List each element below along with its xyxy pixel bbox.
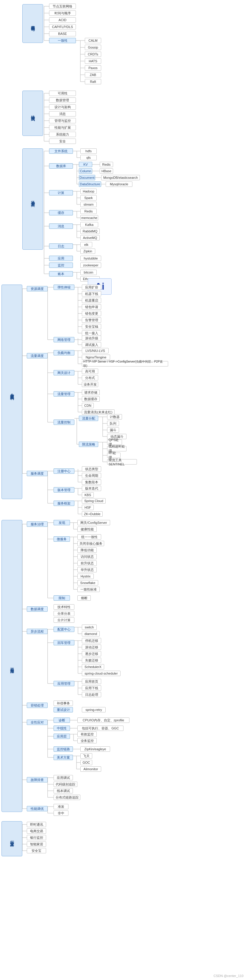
node-thread-debug: 线本调试 [54,788,73,794]
node-dist-trace: 分布式链路追踪 [54,795,80,800]
node-design-1: 可用性 [49,91,76,96]
node-alimonitor: Alimonitor [80,766,101,772]
node-basics-consistency: 一致性 [49,38,76,43]
node-zipkin: Zipkin [80,248,95,254]
node-redis2: Redis [80,208,97,214]
node-feizhong: 非中 [54,810,68,816]
node-zookeeper: zookeeper [80,262,101,268]
node-feitian: 飞天 [80,753,92,759]
node-req-store: 请求存储 [82,390,100,395]
node-code-trace: 代码级别追踪 [54,781,78,787]
node-traffic-sched: 流量调度 [27,353,48,358]
node-spark: Spark [80,195,97,200]
node-app-mgmt: 应用管理 [54,681,74,686]
section-distributed: 分布式架构 [2,285,22,499]
node-resource-sched: 资源调度 [27,286,48,291]
main-page: 基础理论 节点互联网络 时间与顺序 ACID CAP/FLP/DLS BASE … [0,0,247,980]
node-switch: switch [82,625,97,630]
node-security-bao: 安全宝钱 [82,324,101,329]
node-retry-design: 重试设计 [54,707,73,713]
node-fault-tolerance: 容错处理 [27,703,48,708]
node-lvs: LVS/NIU-LVS [82,348,109,353]
node-limit-strategy: 限流策略 [79,442,98,447]
node-status-type: 状态类型 [82,466,101,472]
node-compute: 计算 [49,190,73,196]
node-hystubble: hystubble [80,256,101,261]
node-machine-restart: 机器重启 [82,298,101,303]
node-design-2: 数据管理 [49,97,76,103]
node-redis1: Redis [100,162,113,167]
node-health-perf: 健康性能 [78,527,97,532]
node-zhunfa: 准发 [54,804,68,809]
node-im: 即时通讯 [27,822,46,827]
node-spring-retry: spring-retry [82,707,106,713]
node-bank-monitor: 银行监控 [27,835,46,840]
node-troubleshoot: 故障排查 [27,777,48,783]
section-basics: 基础理论 [22,4,43,43]
node-mysqloracle: Mysql/oracle [106,181,132,187]
node-kbs: KBS [82,492,94,498]
node-diagnose: 诊断 [54,718,70,723]
node-stream: stream [80,202,97,207]
node-paxos: Paxos [85,65,101,71]
node-zk-dubble: ZK+Dubble [82,511,103,517]
node-consistency-std: 一致性标准 [78,587,100,592]
node-zipkin-eagleye: ZipKin/eagleye [80,746,110,752]
section-domain: 场景分类 [22,148,43,250]
section-industry: 行业方案 [2,821,22,856]
node-column: Column [79,169,92,174]
node-compensate: 补偿事务 [54,700,73,706]
node-lifecycle: 生命周期 [82,473,101,478]
node-activemq: ActiveMQ [80,235,100,240]
node-config-center: 配置中心 [54,627,74,632]
node-wrong-pkg-apply: 错包申请 [82,304,101,310]
node-spring-cloud: Spring Cloud [82,498,106,504]
node-service-framework: 服务框架 [54,501,74,506]
node-biz-monitor: 业务监控 [78,738,97,743]
node-sentinel: 限流工具 SENTINEL [107,459,137,465]
node-hua-status: 华升状态 [78,567,97,573]
node-high-avail: 高可用 [82,369,98,374]
node-schedulerx: SchedulerX [82,664,104,670]
node-design-8: 安全 [49,138,76,144]
node-calm: CALM [85,38,101,43]
node-counter: 计数器 [107,414,122,420]
node-message: 消息 [49,223,73,229]
node-loadbalance: 负载均衡 [54,350,74,355]
node-version-iter: 版本迭代 [82,486,101,491]
node-reduce-func: 降低功能 [78,547,97,553]
node-db: 数据库 [49,163,73,169]
node-bitcoin: bitcoin [80,270,97,275]
node-design-3: 设计与架构 [49,104,76,110]
node-hats: HATS [85,59,101,64]
node-effective-monitor: 有效监控 [78,732,97,737]
node-elastic: 弹性伸缩 [54,285,74,290]
node-traffic-mgmt: 流量管理 [54,391,74,396]
node-goc: GOC [80,760,92,765]
node-design-4: 消息 [49,111,76,116]
node-cpu-io: CPU/IO内存、自定、zprofile [78,718,130,723]
node-hystrix: Hystrix [78,574,94,579]
node-data-cache: 数据缓存 [82,396,100,402]
node-kv: KV [79,162,92,167]
section-design: 设计模式 [22,91,43,136]
node-resilience: 全性应对 [27,719,48,725]
node-gateway: 网关设计 [54,370,74,375]
node-basics-5: BASE [49,31,76,37]
node-registry: 注册中心 [54,468,74,474]
node-app-expand: 应用扩容 [82,285,101,290]
node-rolling-upgrade: 滚动升级 [82,336,101,341]
node-datastructure: DataStructure [79,181,101,187]
node-service-gov: 服务治理 [27,522,48,527]
node-design-6: 性能与扩展 [49,125,76,130]
node-rabbitmq: RabbitMQ [80,229,100,234]
node-filesystem: 文件系统 [49,148,73,154]
node-discovery: 发现 [54,520,70,525]
node-hdfs: hdfs [80,148,97,154]
node-snowflake: Snowflake [78,580,98,585]
node-traffic-ctrl: 流量控制 [54,420,74,425]
node-scs: spring-cloud-scheduler [82,671,120,676]
node-log: 日志 [49,243,73,249]
node-qfs: qfs [80,155,97,160]
node-hbase: HBase [100,169,113,174]
